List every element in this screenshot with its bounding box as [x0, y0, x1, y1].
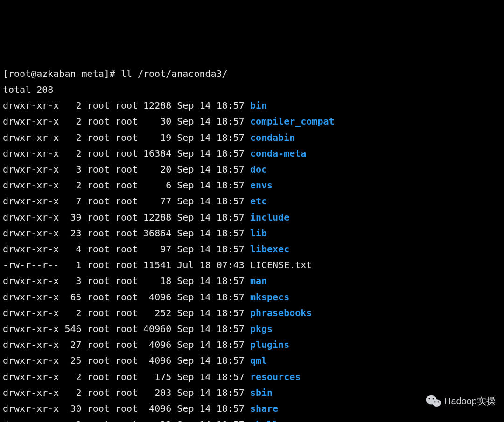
entry-name: plugins [250, 339, 289, 350]
owner: root [87, 116, 110, 127]
link-count: 30 [59, 403, 81, 414]
file-size: 6 [138, 180, 171, 191]
date-time: 18:57 [217, 243, 245, 255]
listing-row: drwxr-xr-x 2 root root 12288 Sep 14 18:5… [3, 97, 501, 113]
entry-name: compiler_compat [250, 116, 335, 127]
svg-point-4 [434, 401, 435, 402]
date-time: 18:57 [217, 132, 245, 143]
owner: root [87, 228, 110, 239]
date-time: 18:57 [217, 180, 245, 191]
date-day: 14 [200, 403, 211, 414]
link-count: 546 [59, 323, 81, 334]
permissions: drwxr-xr-x [3, 387, 59, 398]
permissions: drwxr-xr-x [3, 291, 59, 303]
date-day: 14 [200, 243, 211, 255]
terminal-output[interactable]: [root@azkaban meta]# ll /root/anaconda3/… [3, 66, 501, 422]
date-month: Sep [177, 419, 194, 422]
entry-name: conda-meta [250, 148, 306, 159]
entry-name: libexec [250, 243, 289, 255]
listing-row: drwxr-xr-x 3 root root 18 Sep 14 18:57 m… [3, 273, 501, 289]
file-size: 30 [138, 116, 171, 127]
link-count: 2 [59, 307, 81, 318]
entry-name: phrasebooks [250, 307, 312, 318]
owner: root [87, 339, 110, 350]
svg-point-3 [433, 398, 434, 399]
listing-row: drwxr-xr-x 4 root root 97 Sep 14 18:57 l… [3, 241, 501, 257]
date-time: 18:57 [217, 387, 245, 398]
date-day: 14 [200, 387, 211, 398]
date-time: 18:57 [217, 275, 245, 286]
date-time: 18:57 [217, 419, 245, 422]
listing-row: drwxr-xr-x 2 root root 19 Sep 14 18:57 c… [3, 130, 501, 145]
listing-row: drwxr-xr-x 25 root root 4096 Sep 14 18:5… [3, 353, 501, 368]
permissions: drwxr-xr-x [3, 339, 59, 350]
listing-row: drwxr-xr-x 7 root root 77 Sep 14 18:57 e… [3, 193, 501, 209]
entry-name: lib [250, 228, 267, 239]
owner: root [87, 195, 110, 207]
date-month: Sep [177, 275, 194, 286]
date-time: 18:57 [217, 100, 245, 111]
listing-row: drwxr-xr-x 2 root root 175 Sep 14 18:57 … [3, 369, 501, 385]
permissions: drwxr-xr-x [3, 371, 59, 382]
file-size: 4096 [138, 291, 171, 303]
group: root [115, 419, 138, 422]
date-month: Sep [177, 243, 194, 255]
owner: root [87, 148, 110, 159]
svg-point-5 [438, 401, 439, 402]
owner: root [87, 132, 110, 143]
date-month: Sep [177, 148, 194, 159]
wechat-icon [426, 394, 441, 408]
file-size: 36864 [138, 228, 171, 239]
link-count: 2 [59, 387, 81, 398]
date-month: Sep [177, 403, 194, 414]
group: root [115, 180, 138, 191]
date-time: 18:57 [217, 116, 245, 127]
permissions: drwxr-xr-x [3, 100, 59, 111]
entry-name: qml [250, 355, 267, 366]
group: root [115, 228, 138, 239]
date-time: 18:57 [217, 164, 245, 175]
watermark: Hadoop实操 [426, 393, 496, 409]
entry-name: envs [250, 180, 273, 191]
link-count: 3 [59, 164, 81, 175]
listing-row: drwxr-xr-x 65 root root 4096 Sep 14 18:5… [3, 289, 501, 305]
listing-row: drwxr-xr-x 27 root root 4096 Sep 14 18:5… [3, 337, 501, 353]
file-size: 12288 [138, 100, 171, 111]
permissions: drwxr-xr-x [3, 195, 59, 207]
date-day: 14 [200, 195, 211, 207]
svg-point-1 [432, 399, 441, 407]
permissions: drwxr-xr-x [3, 403, 59, 414]
file-size: 20 [138, 164, 171, 175]
date-day: 14 [200, 212, 211, 223]
file-size: 22 [138, 419, 171, 422]
entry-name: share [250, 403, 278, 414]
owner: root [87, 164, 110, 175]
file-size: 175 [138, 371, 171, 382]
owner: root [87, 291, 110, 303]
date-day: 14 [200, 228, 211, 239]
date-day: 14 [200, 371, 211, 382]
entry-name: mkspecs [250, 291, 289, 303]
link-count: 2 [59, 100, 81, 111]
group: root [115, 371, 138, 382]
watermark-text: Hadoop实操 [444, 393, 496, 409]
date-day: 14 [200, 100, 211, 111]
date-time: 18:57 [217, 323, 245, 334]
link-count: 27 [59, 339, 81, 350]
entry-name: resources [250, 371, 301, 382]
listing-row: drwxr-xr-x 3 root root 22 Sep 14 18:57 s… [3, 416, 501, 422]
group: root [115, 195, 138, 207]
group: root [115, 291, 138, 303]
owner: root [87, 371, 110, 382]
date-day: 14 [200, 323, 211, 334]
file-size: 19 [138, 132, 171, 143]
permissions: drwxr-xr-x [3, 180, 59, 191]
file-size: 203 [138, 387, 171, 398]
command-text: ll /root/anaconda3/ [121, 68, 228, 79]
group: root [115, 132, 138, 143]
date-day: 14 [200, 291, 211, 303]
permissions: drwxr-xr-x [3, 275, 59, 286]
group: root [115, 148, 138, 159]
owner: root [87, 275, 110, 286]
entry-name: pkgs [250, 323, 273, 334]
